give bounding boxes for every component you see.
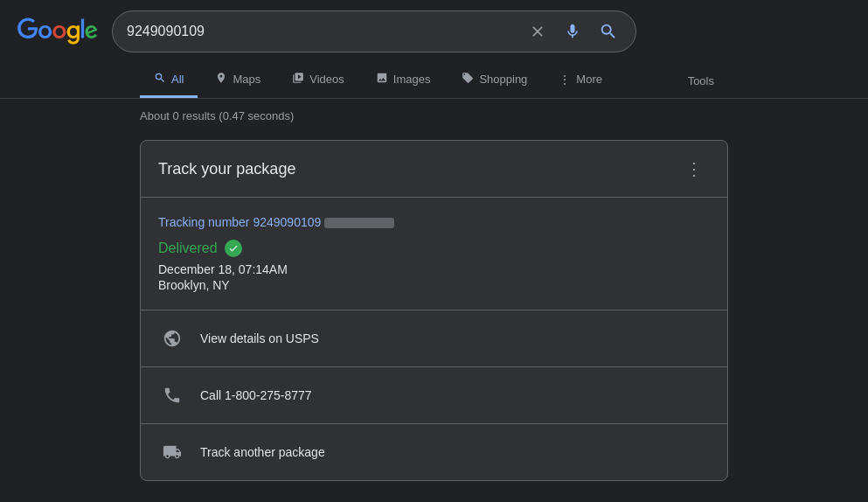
tracking-number-redacted (324, 218, 394, 228)
tracking-label: Tracking number (158, 215, 250, 229)
delivery-status: Delivered (158, 241, 218, 256)
card-body: Tracking number 9249090109 Delivered Dec… (141, 198, 727, 310)
videos-tab-icon (292, 72, 304, 87)
images-tab-icon (376, 72, 388, 87)
delivered-check-icon (225, 240, 242, 257)
maps-tab-icon (215, 72, 227, 87)
search-input[interactable] (127, 24, 518, 39)
nav-bar: All Maps Videos Images Shopping ⋮ More T… (0, 63, 868, 99)
call-label: Call 1-800-275-8777 (200, 388, 312, 402)
google-logo (17, 16, 98, 47)
call-action[interactable]: Call 1-800-275-8777 (141, 367, 727, 424)
tab-shopping-label: Shopping (479, 73, 527, 86)
phone-icon (158, 381, 186, 409)
view-usps-action[interactable]: View details on USPS (141, 310, 727, 367)
search-icons (525, 18, 621, 45)
tracking-number: 9249090109 (253, 215, 394, 229)
tab-images[interactable]: Images (362, 63, 445, 98)
delivery-location: Brooklyn, NY (158, 278, 710, 292)
tab-shopping[interactable]: Shopping (448, 63, 541, 98)
mic-icon (564, 23, 581, 40)
search-submit-button[interactable] (595, 18, 621, 45)
clear-icon (529, 23, 546, 40)
tab-more[interactable]: ⋮ More (545, 64, 616, 98)
tab-maps[interactable]: Maps (201, 63, 274, 98)
usps-icon (158, 324, 186, 352)
tab-images-label: Images (393, 73, 431, 86)
tab-videos[interactable]: Videos (278, 63, 358, 98)
delivery-date: December 18, 07:14AM (158, 262, 710, 276)
tracking-number-row: Tracking number 9249090109 (158, 215, 710, 229)
shopping-tab-icon (462, 72, 474, 87)
truck-icon (158, 438, 186, 466)
track-another-action[interactable]: Track another package (141, 424, 727, 480)
tab-all-label: All (171, 73, 184, 86)
all-tab-icon (154, 72, 166, 87)
more-tab-icon: ⋮ (559, 73, 571, 87)
tab-videos-label: Videos (309, 73, 344, 86)
view-usps-label: View details on USPS (200, 331, 319, 345)
tracking-card: Track your package ⋮ Tracking number 924… (140, 140, 728, 481)
card-header: Track your package ⋮ (141, 141, 727, 198)
tab-maps-label: Maps (233, 73, 260, 86)
clear-button[interactable] (525, 19, 550, 44)
mic-button[interactable] (560, 19, 585, 44)
results-info: About 0 results (0.47 seconds) (0, 99, 868, 133)
search-bar[interactable] (112, 10, 636, 52)
search-submit-icon (599, 22, 618, 41)
tab-more-label: More (576, 73, 602, 86)
status-row: Delivered (158, 240, 710, 257)
card-more-button[interactable]: ⋮ (678, 155, 710, 183)
card-title: Track your package (158, 160, 295, 178)
track-another-label: Track another package (200, 445, 325, 459)
header (0, 0, 868, 63)
tools-button[interactable]: Tools (674, 66, 728, 96)
results-summary: About 0 results (0.47 seconds) (140, 109, 294, 122)
tab-all[interactable]: All (140, 63, 198, 98)
